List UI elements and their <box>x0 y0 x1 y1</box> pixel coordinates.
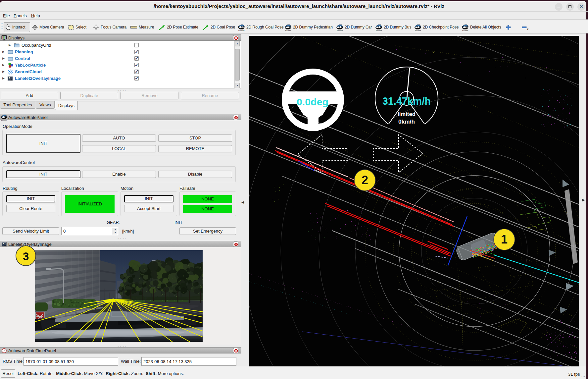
svg-text:31.47km/h: 31.47km/h <box>382 95 431 107</box>
svg-text:0.0deg: 0.0deg <box>297 96 328 107</box>
svg-text:1: 1 <box>501 233 508 246</box>
svg-text:2: 2 <box>362 173 368 187</box>
svg-text:limited: limited <box>398 111 416 117</box>
svg-text:0km/h: 0km/h <box>398 119 415 125</box>
